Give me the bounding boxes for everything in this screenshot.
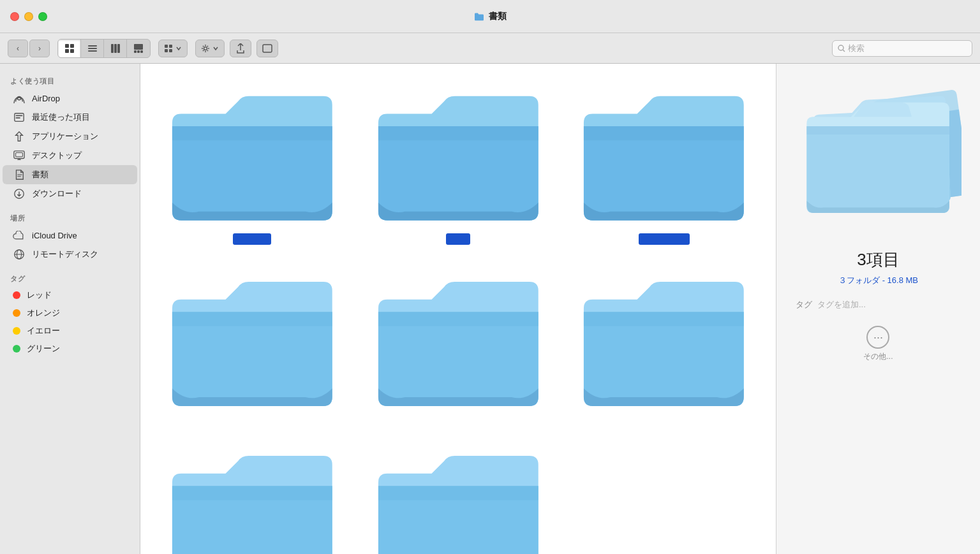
- list-item[interactable]: [156, 79, 349, 252]
- sidebar-item-desktop[interactable]: デスクトップ: [3, 146, 137, 165]
- desktop-icon: [13, 149, 26, 162]
- folder-label: [639, 233, 690, 245]
- titlebar: 書類: [0, 0, 980, 33]
- sidebar-item-orange[interactable]: オレンジ: [3, 304, 137, 322]
- view-column-button[interactable]: [104, 40, 127, 57]
- sidebar-item-icloud[interactable]: iCloud Drive: [3, 226, 137, 245]
- sidebar-item-airdrop[interactable]: AirDrop: [3, 89, 137, 108]
- tags-label: タグ: [796, 299, 812, 310]
- svg-rect-19: [263, 45, 272, 52]
- folder-icon: [369, 273, 547, 415]
- list-item[interactable]: [156, 265, 349, 426]
- yellow-dot-icon: [13, 327, 20, 335]
- applications-icon: [13, 130, 26, 143]
- downloads-icon: [13, 187, 26, 200]
- applications-label: アプリケーション: [32, 131, 98, 142]
- locations-label: 場所: [0, 208, 140, 226]
- svg-point-20: [838, 45, 843, 50]
- list-item[interactable]: [362, 265, 555, 426]
- svg-line-21: [843, 50, 845, 52]
- preview-panel: 3項目 ３フォルダ - 16.8 MB タグ タグを追加... ··· その他.…: [776, 64, 980, 554]
- sidebar-item-recents[interactable]: 最近使った項目: [3, 108, 137, 127]
- folder-icon: [473, 12, 485, 21]
- tag-icon: [262, 44, 272, 53]
- folder-icon: [163, 447, 341, 554]
- settings-chevron-icon: [212, 45, 219, 52]
- title-text: 書類: [489, 11, 507, 22]
- svg-rect-15: [169, 45, 172, 48]
- svg-rect-13: [140, 50, 143, 53]
- close-button[interactable]: [10, 12, 19, 21]
- red-label: レッド: [27, 289, 52, 301]
- svg-rect-6: [88, 50, 97, 52]
- list-item[interactable]: [156, 439, 349, 554]
- list-icon: [87, 43, 98, 54]
- desktop-label: デスクトップ: [32, 150, 82, 161]
- more-button[interactable]: ··· その他...: [863, 326, 893, 362]
- svg-rect-8: [114, 44, 117, 53]
- settings-button[interactable]: [195, 40, 225, 57]
- sidebar-item-downloads[interactable]: ダウンロード: [3, 184, 137, 203]
- forward-button[interactable]: ›: [29, 40, 50, 57]
- more-circle-icon: ···: [866, 326, 889, 349]
- sidebar-item-red[interactable]: レッド: [3, 286, 137, 304]
- sidebar-item-applications[interactable]: アプリケーション: [3, 127, 137, 146]
- view-mode-group: [57, 39, 151, 58]
- sidebar: よく使う項目 AirDrop 最近使った項目: [0, 64, 140, 554]
- svg-rect-5: [88, 48, 97, 49]
- downloads-label: ダウンロード: [32, 188, 82, 200]
- documents-icon: [13, 168, 26, 181]
- add-tag-label[interactable]: タグを追加...: [817, 299, 866, 310]
- view-list-button[interactable]: [81, 40, 104, 57]
- search-icon: [838, 45, 845, 52]
- sidebar-item-yellow[interactable]: イエロー: [3, 322, 137, 340]
- gear-icon: [201, 44, 210, 53]
- group-button[interactable]: [158, 40, 188, 57]
- tag-button[interactable]: [256, 40, 278, 57]
- green-dot-icon: [13, 345, 20, 353]
- documents-label: 書類: [32, 169, 48, 180]
- list-item[interactable]: [362, 439, 555, 554]
- file-grid: [140, 64, 776, 554]
- share-button[interactable]: [230, 40, 251, 57]
- remote-label: リモートディスク: [32, 249, 98, 260]
- icloud-label: iCloud Drive: [32, 231, 77, 240]
- grid-icon: [64, 43, 75, 54]
- share-icon: [236, 43, 245, 54]
- maximize-button[interactable]: [38, 12, 47, 21]
- minimize-button[interactable]: [24, 12, 33, 21]
- recents-icon: [13, 111, 26, 124]
- sidebar-item-green[interactable]: グリーン: [3, 340, 137, 358]
- svg-rect-4: [88, 45, 97, 47]
- preview-folder-icon: [796, 83, 961, 236]
- sidebar-item-remote[interactable]: リモートディスク: [3, 245, 137, 264]
- folder-icon: [369, 447, 547, 554]
- list-item[interactable]: [567, 79, 761, 252]
- svg-rect-12: [137, 50, 140, 53]
- folder-icon: [369, 87, 547, 230]
- svg-point-18: [204, 47, 207, 50]
- svg-rect-7: [111, 44, 114, 53]
- svg-rect-9: [117, 44, 120, 53]
- svg-rect-16: [165, 49, 168, 52]
- preview-size: ３フォルダ - 16.8 MB: [838, 275, 918, 286]
- svg-rect-17: [169, 49, 172, 52]
- column-icon: [110, 43, 121, 54]
- main-content: よく使う項目 AirDrop 最近使った項目: [0, 64, 980, 554]
- preview-tags-row: タグ タグを追加...: [789, 299, 866, 310]
- search-bar[interactable]: 検索: [832, 40, 972, 57]
- sidebar-item-documents[interactable]: 書類: [3, 165, 137, 184]
- group-icon: [164, 44, 173, 53]
- icloud-icon: [13, 229, 26, 242]
- list-item[interactable]: [567, 265, 761, 426]
- view-icon-button[interactable]: [58, 40, 81, 57]
- folder-icon: [575, 273, 753, 415]
- back-button[interactable]: ‹: [8, 40, 28, 57]
- svg-rect-10: [134, 44, 143, 50]
- svg-rect-3: [70, 49, 74, 53]
- view-gallery-button[interactable]: [127, 40, 150, 57]
- red-dot-icon: [13, 291, 20, 299]
- list-item[interactable]: [362, 79, 555, 252]
- chevron-down-icon: [175, 45, 182, 52]
- svg-rect-25: [16, 117, 20, 119]
